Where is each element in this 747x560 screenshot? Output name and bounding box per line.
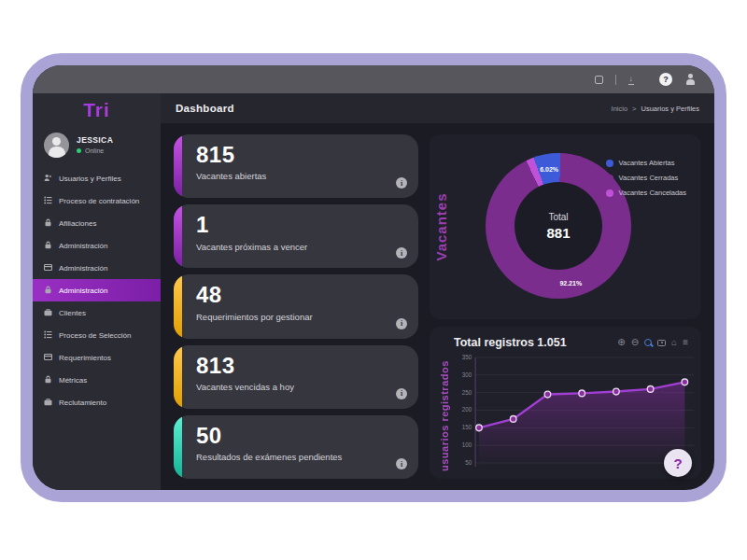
svg-text:50: 50: [465, 459, 472, 466]
card-accent-bar: [174, 204, 182, 268]
svg-text:300: 300: [462, 371, 472, 378]
lock-icon: [44, 241, 52, 251]
case-icon: [44, 398, 52, 408]
donut-center: Total 881: [514, 182, 602, 270]
sidebar-item-8[interactable]: Requerimientos: [33, 346, 161, 369]
help-icon[interactable]: ?: [659, 73, 672, 86]
card-accent-bar: [174, 345, 182, 409]
window-icon[interactable]: [595, 76, 603, 84]
stat-value: 1: [196, 213, 405, 237]
stat-cards: 815Vacantes abiertasi1Vacantes próximas …: [174, 134, 418, 479]
sidebar: Tri JESSICA Online Usuarios y PerfilesPr…: [33, 93, 161, 490]
line-chart-title: Total registros 1.051: [454, 336, 567, 349]
sidebar-item-9[interactable]: Métricas: [33, 369, 161, 391]
stat-value: 48: [196, 283, 405, 307]
window-titlebar: ↓ ?: [33, 65, 714, 93]
avatar: [44, 133, 69, 158]
info-icon[interactable]: i: [396, 388, 407, 399]
user-status: Online: [85, 147, 104, 154]
app-body: Tri JESSICA Online Usuarios y PerfilesPr…: [33, 93, 714, 490]
info-icon[interactable]: i: [396, 318, 407, 329]
lock-icon: [44, 375, 52, 385]
users-icon: [44, 174, 52, 184]
user-icon[interactable]: [684, 74, 696, 85]
stat-value: 813: [196, 354, 405, 378]
lock-icon: [44, 286, 52, 296]
donut-legend: Vacantes AbiertasVacantes CerradasVacant…: [606, 159, 686, 197]
info-icon[interactable]: i: [396, 177, 407, 189]
sidebar-item-3[interactable]: Administración: [33, 234, 161, 257]
legend-item-2[interactable]: Vacantes Canceladas: [606, 189, 686, 197]
home-icon[interactable]: ⌂: [671, 338, 677, 347]
stat-card-2: 48Requerimientos por gestionari: [174, 274, 418, 338]
stat-card-1: 1Vacantes próximas a venceri: [174, 204, 418, 268]
chart-toolbar: ⊕ ⊖ ⌂ ≡: [617, 338, 688, 347]
sidebar-item-10[interactable]: Reclutamiento: [33, 391, 161, 413]
info-icon[interactable]: i: [396, 247, 407, 259]
breadcrumb: Inicio > Usuarios y Perfiles: [612, 105, 699, 113]
sidebar-item-1[interactable]: Proceso de contratación: [33, 189, 161, 212]
stat-value: 50: [196, 424, 405, 448]
stat-label: Vacantes vencidas a hoy: [196, 382, 405, 392]
menu-icon[interactable]: ≡: [683, 338, 688, 347]
user-profile[interactable]: JESSICA Online: [33, 127, 161, 167]
info-icon[interactable]: i: [396, 458, 407, 469]
user-name: JESSICA: [77, 133, 113, 145]
stat-card-0: 815Vacantes abiertasi: [174, 134, 418, 198]
sidebar-item-5[interactable]: Administración: [33, 279, 161, 301]
legend-item-0[interactable]: Vacantes Abiertas: [606, 159, 686, 167]
search-icon[interactable]: [644, 339, 652, 346]
help-fab-button[interactable]: ?: [664, 449, 692, 477]
slice-label: 92.21%: [559, 279, 582, 286]
app-logo: Tri: [33, 93, 161, 127]
legend-dot: [606, 189, 613, 197]
list-icon: [44, 330, 52, 341]
main-area: Dashboard Inicio > Usuarios y Perfiles 8…: [161, 93, 714, 490]
legend-item-1[interactable]: Vacantes Cerradas: [606, 174, 686, 182]
breadcrumb-home[interactable]: Inicio: [612, 105, 628, 113]
donut-title: Vacantes: [433, 192, 449, 260]
download-icon[interactable]: ↓: [628, 75, 635, 85]
svg-text:350: 350: [462, 354, 472, 360]
online-status-dot: [77, 148, 81, 153]
slice-label: 6.02%: [540, 165, 558, 172]
svg-text:100: 100: [462, 441, 472, 448]
card-accent-bar: [174, 274, 182, 338]
stat-value: 815: [196, 143, 405, 167]
registros-line-panel: Total registros 1.051 ⊕ ⊖ ⌂ ≡: [430, 327, 701, 479]
stat-label: Vacantes próximas a vencer: [196, 242, 405, 252]
sidebar-item-2[interactable]: Afiliaciones: [33, 212, 161, 234]
stat-label: Resultados de exámenes pendientes: [196, 452, 405, 462]
card-accent-bar: [174, 134, 182, 198]
card-icon: [44, 353, 52, 363]
donut-center-value: 881: [546, 225, 570, 241]
legend-dot: [606, 175, 613, 182]
app-window: ↓ ? Tri JESSICA Online Usuarios y P: [21, 53, 726, 502]
zoom-out-icon[interactable]: ⊖: [631, 338, 639, 347]
page-title: Dashboard: [176, 103, 234, 114]
case-icon: [44, 308, 52, 318]
vacantes-donut-panel: Vacantes Total 881 6.02%92.21% Vacantes …: [430, 134, 701, 319]
card-icon: [44, 263, 52, 273]
lock-icon: [44, 218, 52, 229]
stat-label: Requerimientos por gestionar: [196, 312, 405, 322]
sidebar-item-6[interactable]: Clientes: [33, 301, 161, 324]
list-icon: [44, 196, 52, 206]
sidebar-item-7[interactable]: Proceso de Selección: [33, 324, 161, 346]
camera-icon[interactable]: [657, 340, 666, 346]
svg-text:200: 200: [462, 406, 472, 413]
breadcrumb-separator: >: [632, 105, 636, 113]
svg-text:250: 250: [462, 389, 472, 396]
sidebar-item-4[interactable]: Administración: [33, 257, 161, 279]
line-chart[interactable]: 50100150200250300350: [452, 353, 694, 472]
stat-card-3: 813Vacantes vencidas a hoyi: [174, 345, 418, 409]
charts-column: Vacantes Total 881 6.02%92.21% Vacantes …: [430, 134, 701, 479]
breadcrumb-current[interactable]: Usuarios y Perfiles: [641, 105, 699, 113]
svg-text:150: 150: [462, 424, 472, 430]
page-header: Dashboard Inicio > Usuarios y Perfiles: [161, 93, 714, 123]
card-accent-bar: [174, 415, 182, 479]
stat-card-4: 50Resultados de exámenes pendientesi: [174, 415, 418, 479]
sidebar-nav: Usuarios y PerfilesProceso de contrataci…: [33, 167, 161, 413]
zoom-in-icon[interactable]: ⊕: [617, 338, 625, 347]
sidebar-item-0[interactable]: Usuarios y Perfiles: [33, 167, 161, 189]
